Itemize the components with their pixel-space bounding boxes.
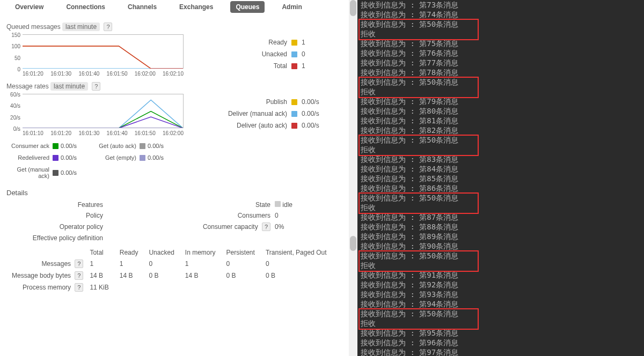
rate-swatch [140,143,145,149]
console-line: 接收到信息为 : 第75条消息 [361,39,641,48]
tab-channels[interactable]: Channels [122,1,162,13]
cell [221,281,260,293]
details-grid: Features State idle Policy Consumers 0 O… [6,201,342,242]
col-header: Transient, Paged Out [260,247,332,258]
consumers-value: 0 [275,212,342,219]
console-line: 拒收 [361,261,641,270]
cell [180,281,221,293]
scroll-thumb[interactable] [350,236,356,251]
cell: 0 B [143,270,179,281]
rate-label: Get (empty) [93,154,136,161]
console-line: 接收到信息为 : 第89条消息 [361,232,641,241]
legend-row: Publish0.00/s [189,96,323,108]
console-line: 接收到信息为 : 第96条消息 [361,338,641,347]
legend-swatch [291,111,297,117]
rate-label: Get (manual ack) [6,166,49,179]
console-line: 接收到信息为 : 第91条消息 [361,270,641,280]
legend-row: Deliver (auto ack)0.00/s [189,120,323,131]
console-line: 拒收 [361,87,641,97]
rates-period-selector[interactable]: last minute [50,82,88,91]
console-line: 接收到信息为 : 第97条消息 [361,347,641,356]
queued-period-selector[interactable]: last minute [62,23,100,31]
legend-swatch [291,63,297,69]
col-header: Ready [114,247,144,258]
consumers-label: Consumers [179,212,270,219]
console-line: 拒收 [361,145,641,154]
queued-messages-legend: Ready1Unacked0Total1 [189,34,323,72]
message-rates-chart: 0/s20/s40/s60/s 16:01:1016:01:2016:01:30… [6,94,189,136]
console-line: 接收到信息为 : 第83条消息 [361,154,641,164]
legend-label: Deliver (manual ack) [223,110,287,117]
console-line: 接收到信息为 : 第81条消息 [361,116,641,125]
tab-exchanges[interactable]: Exchanges [174,1,218,13]
legend-row: Deliver (manual ack)0.00/s [189,108,323,120]
tab-queues[interactable]: Queues [230,1,265,13]
console-line: 接收到信息为 : 第50条消息 [361,135,641,145]
rabbitmq-panel: OverviewConnectionsChannelsExchangesQueu… [0,0,349,356]
tab-connections[interactable]: Connections [61,1,111,13]
left-scrollbar[interactable] [349,0,357,356]
legend-label: Unacked [223,50,287,58]
tab-admin[interactable]: Admin [276,1,307,13]
row-label: Process memory ? [6,281,84,293]
console-line: 拒收 [361,29,641,39]
help-icon[interactable]: ? [262,222,270,231]
legend-label: Publish [223,98,287,106]
help-icon[interactable]: ? [75,283,83,292]
rate-label: Redelivered [6,154,49,161]
cell: 1 [180,258,221,270]
cell [260,281,332,293]
rate-swatch [53,143,58,149]
cell [114,281,144,293]
legend-swatch [291,51,297,57]
console-line: 接收到信息为 : 第77条消息 [361,58,641,68]
legend-label: Ready [223,39,287,46]
nav-tabs: OverviewConnectionsChannelsExchangesQueu… [6,0,342,17]
legend-value: 0.00/s [302,98,323,106]
legend-swatch [291,99,297,105]
cell: 14 B [114,270,144,281]
rate-value: 0.00/s [53,154,90,161]
rate-swatch [53,155,58,161]
legend-row: Total1 [189,60,323,72]
message-rates-bottom-legend: Consumer ack0.00/sGet (auto ack)0.00/sRe… [6,143,342,179]
policy-label: Policy [6,212,103,219]
row-label: Messages ? [6,258,84,270]
scroll-thumb[interactable] [350,0,356,16]
console-line: 接收到信息为 : 第78条消息 [361,68,641,77]
legend-label: Deliver (auto ack) [223,122,287,129]
row-label: Message body bytes ? [6,270,84,281]
legend-value: 1 [302,39,323,46]
console-line: 接收到信息为 : 第87条消息 [361,212,641,222]
console-panel: 接收到信息为 : 第73条消息接收到信息为 : 第74条消息接收到信息为 : 第… [349,0,644,356]
help-icon[interactable]: ? [92,82,100,91]
table-row: Message body bytes ?14 B14 B0 B14 B0 B0 … [6,270,332,281]
rate-value: 0.00/s [53,169,90,176]
console-output: 接收到信息为 : 第73条消息接收到信息为 : 第74条消息接收到信息为 : 第… [357,0,644,356]
console-line: 接收到信息为 : 第80条消息 [361,106,641,116]
table-row: Process memory ?11 KiB [6,281,332,293]
features-label: Features [6,201,103,209]
state-text: idle [282,201,292,209]
cell: 0 B [260,270,332,281]
help-icon[interactable]: ? [75,271,83,280]
console-line: 接收到信息为 : 第74条消息 [361,10,641,19]
console-line: 接收到信息为 : 第85条消息 [361,174,641,183]
legend-swatch [291,40,297,46]
tab-overview[interactable]: Overview [10,1,49,13]
table-row: Messages ?110100 [6,258,332,270]
queued-messages-header: Queued messages last minute ? [6,23,342,31]
help-icon[interactable]: ? [75,259,83,268]
console-line: 接收到信息为 : 第88条消息 [361,222,641,232]
cell: 14 B [180,270,221,281]
legend-row: Unacked0 [189,48,323,60]
help-icon[interactable]: ? [104,23,112,31]
console-line: 接收到信息为 : 第50条消息 [361,251,641,261]
console-line: 接收到信息为 : 第50条消息 [361,193,641,203]
cell: 0 B [221,270,260,281]
col-header: Total [84,247,114,258]
state-value: idle [275,201,342,209]
console-line: 接收到信息为 : 第84条消息 [361,164,641,174]
col-header: Persistent [221,247,260,258]
console-line: 接收到信息为 : 第86条消息 [361,183,641,193]
